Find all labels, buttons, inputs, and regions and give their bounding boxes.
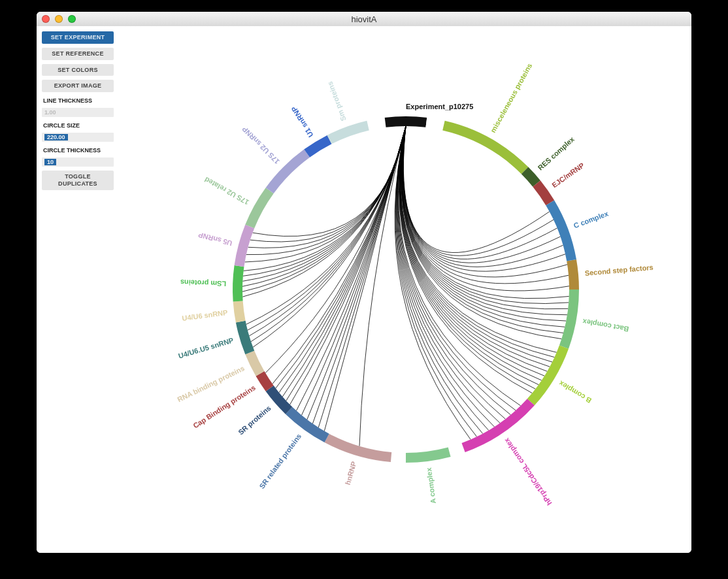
chord-link [401,126,563,333]
toggle-duplicates-button[interactable]: TOGGLE DUPLICATES [42,171,114,190]
segment-3[interactable] [462,399,535,452]
segment-label-21: C complex [572,209,610,229]
maximize-icon[interactable] [68,15,76,23]
segment-label-experiment: Experiment_p10275 [406,103,473,110]
chord-link [399,126,533,393]
segment-1[interactable] [559,290,579,349]
segment-12[interactable] [233,265,244,301]
traffic-lights [37,15,76,23]
titlebar[interactable]: hiovitA [37,12,691,27]
chord-link [403,126,554,256]
chord-links-layer [242,126,569,446]
segment-4[interactable] [406,447,451,463]
chord-link [403,126,557,259]
chord-link [403,126,549,253]
segment-2[interactable] [527,346,569,406]
segment-label-1: Bact complex [582,318,629,333]
segment-label-17: Sm proteins [326,80,348,122]
app-window: hiovitA SET EXPERIMENT SET REFERENCE SET… [37,12,691,553]
chord-link [401,126,562,339]
segment-label-15: 17S U2 snRNP [240,125,281,165]
chord-labels-layer: Experiment_p10275Second step factorsBact… [176,62,654,507]
line-thickness-input[interactable]: 1.00 [42,108,114,117]
segment-label-14: 17S U2 related [203,176,250,207]
chord-link [312,126,406,423]
segment-label-16: U1 snRNP [290,105,314,139]
segment-10[interactable] [236,321,254,355]
chord-link [265,126,406,373]
segment-label-20: EJC/mRNP [550,161,586,189]
segment-9[interactable] [245,351,264,376]
segment-5[interactable] [325,434,392,462]
content-area: SET EXPERIMENT SET REFERENCE SET COLORS … [37,26,691,553]
chord-link [296,126,406,411]
segment-label-10: U4/U6.U5 snRNP [177,336,234,359]
circle-thickness-value: 10 [44,159,56,165]
export-image-button[interactable]: EXPORT IMAGE [42,80,114,92]
set-colors-button[interactable]: SET COLORS [42,64,114,76]
segment-label-19: RES complex [537,135,576,172]
close-icon[interactable] [42,15,50,23]
segment-21[interactable] [546,201,576,261]
segment-label-7: SR proteins [237,404,272,437]
circle-size-label: CIRCLE SIZE [42,122,114,129]
segment-experiment[interactable] [385,116,427,127]
chord-link [403,126,569,284]
segment-label-4: A complex [425,467,437,504]
segment-11[interactable] [233,301,246,322]
segment-14[interactable] [245,188,273,228]
segment-0[interactable] [567,259,579,290]
chord-link [403,126,565,271]
chord-link [395,126,471,440]
chord-arcs-layer [233,116,579,463]
line-thickness-value: 1.00 [44,109,56,116]
segment-18[interactable] [442,121,528,174]
segment-13[interactable] [235,225,255,267]
circle-thickness-label: CIRCLE THICKNESS [42,147,114,154]
window-title: hiovitA [37,14,691,24]
segment-label-3: hPrp19/Cdc5L complex [502,437,553,507]
segment-label-2: B complex [557,379,593,405]
segment-label-0: Second step factors [584,263,654,277]
segment-label-18: misceleneous proteins [489,62,533,134]
chord-diagram: Experiment_p10275Second step factorsBact… [122,26,690,553]
chord-link [400,126,547,371]
circle-size-value: 220.00 [44,134,68,141]
minimize-icon[interactable] [55,15,63,23]
chord-link [290,126,406,405]
sidebar: SET EXPERIMENT SET REFERENCE SET COLORS … [42,31,114,190]
circle-size-input[interactable]: 220.00 [42,133,114,142]
chord-link [402,126,569,299]
line-thickness-label: LINE THICKNESS [42,97,114,104]
circle-thickness-input[interactable]: 10 [42,157,114,167]
segment-17[interactable] [327,121,369,144]
chord-link [402,126,569,309]
segment-label-6: SR related proteins [257,432,303,490]
segment-label-11: U4/U6 snRNP [182,308,228,322]
set-reference-button[interactable]: SET REFERENCE [42,48,114,60]
segment-label-13: U5 snRNP [197,231,233,247]
chord-link [301,126,406,415]
chord-link [395,126,477,437]
segment-label-5: hnRNP [344,461,358,486]
segment-label-12: LSm proteins [180,278,227,288]
chord-link [403,126,561,263]
set-experiment-button[interactable]: SET EXPERIMENT [42,31,114,44]
